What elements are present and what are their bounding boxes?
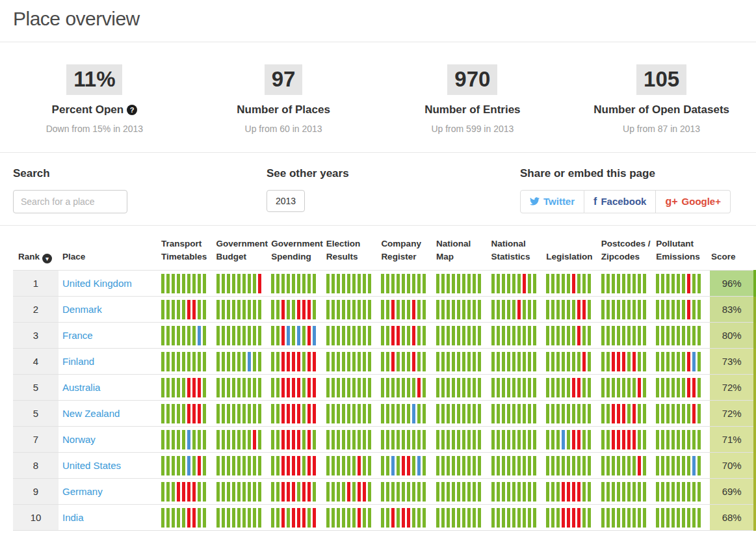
dataset-bars[interactable] <box>656 300 710 319</box>
dataset-bars[interactable] <box>546 378 600 397</box>
rank-header[interactable]: Rank▾ <box>13 237 59 271</box>
dataset-bars[interactable] <box>381 378 435 397</box>
dataset-bars[interactable] <box>381 300 435 319</box>
dataset-bars[interactable] <box>161 326 215 345</box>
dataset-bars[interactable] <box>491 300 545 319</box>
dataset-bars[interactable] <box>491 326 545 345</box>
dataset-bars[interactable] <box>381 352 435 371</box>
dataset-bars[interactable] <box>271 456 325 475</box>
place-link[interactable]: United States <box>62 460 121 471</box>
dataset-bars[interactable] <box>601 482 655 502</box>
search-input[interactable] <box>13 190 127 213</box>
dataset-bars[interactable] <box>271 482 325 502</box>
dataset-bars[interactable] <box>601 404 655 423</box>
dataset-bars[interactable] <box>271 404 325 423</box>
dataset-bars[interactable] <box>656 456 710 475</box>
dataset-bars[interactable] <box>161 482 215 502</box>
place-link[interactable]: France <box>62 330 93 341</box>
dataset-bars[interactable] <box>436 456 490 475</box>
dataset-bars[interactable] <box>271 508 325 528</box>
dataset-bars[interactable] <box>326 378 380 397</box>
dataset-bars[interactable] <box>381 404 435 423</box>
dataset-bars[interactable] <box>381 326 435 345</box>
dataset-bars[interactable] <box>491 508 545 528</box>
googleplus-share-button[interactable]: g+ Google+ <box>656 190 731 213</box>
dataset-bars[interactable] <box>436 378 490 397</box>
sort-descending-icon[interactable]: ▾ <box>42 254 52 263</box>
dataset-bars[interactable] <box>381 430 435 449</box>
twitter-share-button[interactable]: Twitter <box>520 190 584 213</box>
dataset-bars[interactable] <box>546 274 600 293</box>
dataset-bars[interactable] <box>216 404 270 423</box>
dataset-bars[interactable] <box>436 300 490 319</box>
dataset-bars[interactable] <box>436 482 490 502</box>
dataset-bars[interactable] <box>656 508 710 528</box>
dataset-bars[interactable] <box>271 300 325 319</box>
place-link[interactable]: Australia <box>62 382 100 393</box>
place-link[interactable]: Norway <box>62 434 96 445</box>
dataset-bars[interactable] <box>381 508 435 528</box>
dataset-bars[interactable] <box>271 274 325 293</box>
dataset-bars[interactable] <box>326 352 380 371</box>
dataset-bars[interactable] <box>601 300 655 319</box>
dataset-bars[interactable] <box>601 430 655 449</box>
dataset-bars[interactable] <box>161 300 215 319</box>
dataset-bars[interactable] <box>491 274 545 293</box>
dataset-bars[interactable] <box>161 378 215 397</box>
dataset-bars[interactable] <box>381 274 435 293</box>
dataset-bars[interactable] <box>656 352 710 371</box>
dataset-bars[interactable] <box>161 274 215 293</box>
dataset-bars[interactable] <box>656 404 710 423</box>
dataset-bars[interactable] <box>656 482 710 502</box>
dataset-bars[interactable] <box>656 430 710 449</box>
dataset-bars[interactable] <box>546 300 600 319</box>
dataset-bars[interactable] <box>601 456 655 475</box>
dataset-bars[interactable] <box>436 326 490 345</box>
dataset-bars[interactable] <box>216 300 270 319</box>
place-link[interactable]: Finland <box>62 356 94 367</box>
dataset-bars[interactable] <box>436 430 490 449</box>
dataset-bars[interactable] <box>271 352 325 371</box>
dataset-bars[interactable] <box>216 482 270 502</box>
dataset-bars[interactable] <box>216 430 270 449</box>
dataset-bars[interactable] <box>546 508 600 528</box>
dataset-bars[interactable] <box>491 430 545 449</box>
place-link[interactable]: Denmark <box>62 304 102 315</box>
dataset-bars[interactable] <box>491 456 545 475</box>
dataset-bars[interactable] <box>436 508 490 528</box>
dataset-bars[interactable] <box>381 456 435 475</box>
dataset-bars[interactable] <box>546 482 600 502</box>
dataset-bars[interactable] <box>216 274 270 293</box>
dataset-bars[interactable] <box>546 404 600 423</box>
help-icon[interactable]: ? <box>127 105 137 115</box>
dataset-bars[interactable] <box>436 274 490 293</box>
dataset-bars[interactable] <box>326 456 380 475</box>
dataset-bars[interactable] <box>656 378 710 397</box>
dataset-bars[interactable] <box>271 378 325 397</box>
place-link[interactable]: United Kingdom <box>62 278 132 289</box>
dataset-bars[interactable] <box>546 352 600 371</box>
dataset-bars[interactable] <box>381 482 435 502</box>
dataset-bars[interactable] <box>161 430 215 449</box>
dataset-bars[interactable] <box>161 508 215 528</box>
dataset-bars[interactable] <box>216 352 270 371</box>
dataset-bars[interactable] <box>216 508 270 528</box>
dataset-bars[interactable] <box>161 352 215 371</box>
dataset-bars[interactable] <box>546 456 600 475</box>
dataset-bars[interactable] <box>326 326 380 345</box>
dataset-bars[interactable] <box>656 274 710 293</box>
dataset-bars[interactable] <box>216 326 270 345</box>
dataset-bars[interactable] <box>326 482 380 502</box>
dataset-bars[interactable] <box>491 352 545 371</box>
dataset-bars[interactable] <box>326 300 380 319</box>
dataset-bars[interactable] <box>161 456 215 475</box>
dataset-bars[interactable] <box>326 508 380 528</box>
dataset-bars[interactable] <box>326 430 380 449</box>
dataset-bars[interactable] <box>271 326 325 345</box>
dataset-bars[interactable] <box>601 326 655 345</box>
dataset-bars[interactable] <box>656 326 710 345</box>
dataset-bars[interactable] <box>491 378 545 397</box>
dataset-bars[interactable] <box>601 378 655 397</box>
place-link[interactable]: Germany <box>62 486 103 497</box>
dataset-bars[interactable] <box>326 404 380 423</box>
